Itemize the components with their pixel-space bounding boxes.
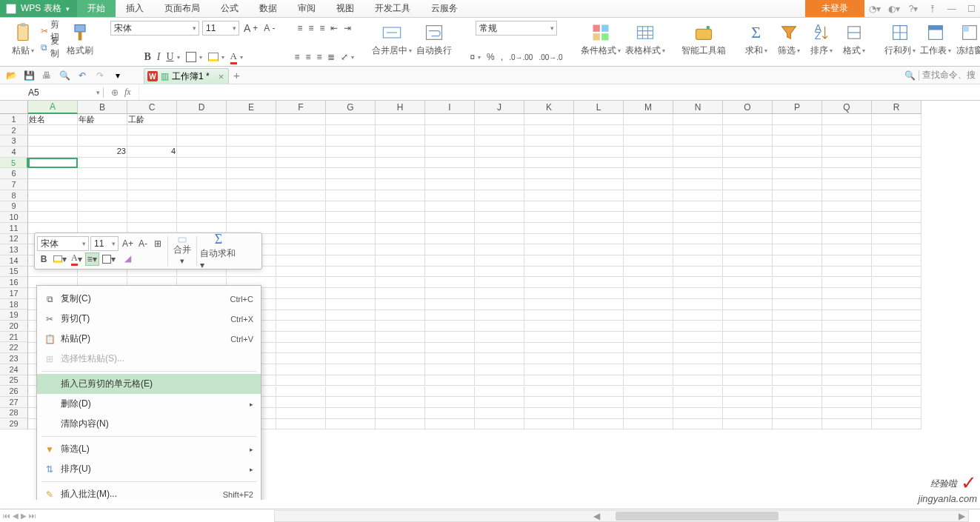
row-header-15[interactable]: 15 xyxy=(0,267,28,278)
cell-R6[interactable] xyxy=(872,169,921,180)
cell-C10[interactable] xyxy=(127,212,177,223)
cell-R3[interactable] xyxy=(872,135,921,147)
cell-L28[interactable] xyxy=(574,408,624,419)
cell-N23[interactable] xyxy=(673,353,723,364)
cell-H20[interactable] xyxy=(376,321,425,332)
col-header-O[interactable]: O xyxy=(723,101,773,114)
cell-K20[interactable] xyxy=(524,321,574,332)
cell-M19[interactable] xyxy=(624,310,673,321)
cell-P3[interactable] xyxy=(773,135,822,147)
cell-A7[interactable] xyxy=(28,179,78,190)
cell-I8[interactable] xyxy=(425,190,475,201)
col-header-N[interactable]: N xyxy=(673,101,723,114)
cell-C7[interactable] xyxy=(127,179,177,190)
cell-P14[interactable] xyxy=(773,255,822,267)
cell-H3[interactable] xyxy=(376,135,425,147)
cell-N15[interactable] xyxy=(673,267,723,278)
cell-J12[interactable] xyxy=(475,234,524,245)
cell-O1[interactable] xyxy=(723,114,773,125)
cell-H6[interactable] xyxy=(376,169,425,180)
cell-B5[interactable] xyxy=(78,158,127,169)
open-icon[interactable]: 📂 xyxy=(4,69,18,82)
cell-F23[interactable] xyxy=(276,353,326,364)
border-button[interactable]: ▾ xyxy=(184,50,204,64)
cell-M26[interactable] xyxy=(624,387,673,398)
inc-decimal-button[interactable]: .0→.00 xyxy=(507,50,534,64)
cell-M10[interactable] xyxy=(624,212,673,223)
cell-I2[interactable] xyxy=(425,125,475,136)
col-header-K[interactable]: K xyxy=(524,101,574,114)
cell-Q17[interactable] xyxy=(822,288,872,299)
cell-B9[interactable] xyxy=(78,201,127,213)
cell-G5[interactable] xyxy=(326,158,376,169)
cell-O21[interactable] xyxy=(723,332,773,343)
font-name-combo[interactable]: 宋体 xyxy=(110,21,199,36)
cell-B4[interactable]: 23 xyxy=(78,147,127,158)
cell-M16[interactable] xyxy=(624,278,673,289)
cell-F27[interactable] xyxy=(276,397,326,408)
cell-L12[interactable] xyxy=(574,234,624,245)
cell-F16[interactable] xyxy=(276,278,326,289)
cell-E5[interactable] xyxy=(227,158,276,169)
cell-Q28[interactable] xyxy=(822,408,872,419)
align-justify-button[interactable]: ≣ xyxy=(326,50,336,64)
dec-decimal-button[interactable]: .00→.0 xyxy=(537,50,564,64)
cell-H29[interactable] xyxy=(376,419,425,430)
cell-O3[interactable] xyxy=(723,135,773,147)
cell-O18[interactable] xyxy=(723,299,773,310)
new-tab-button[interactable]: + xyxy=(229,67,244,84)
cell-H17[interactable] xyxy=(376,288,425,299)
cell-F5[interactable] xyxy=(276,158,326,169)
cell-C1[interactable]: 工龄 xyxy=(127,114,177,125)
cell-Q8[interactable] xyxy=(822,190,872,201)
cell-D4[interactable] xyxy=(177,147,227,158)
cell-K5[interactable] xyxy=(524,158,574,169)
cell-B2[interactable] xyxy=(78,125,127,136)
search-hint[interactable]: 查找命令、搜 xyxy=(922,69,976,81)
cell-M21[interactable] xyxy=(624,332,673,343)
mini-size-combo[interactable]: 11 xyxy=(90,236,119,251)
cell-R1[interactable] xyxy=(872,114,921,125)
print-icon[interactable]: 🖶 xyxy=(40,69,53,82)
cell-G22[interactable] xyxy=(326,343,376,354)
cell-L13[interactable] xyxy=(574,244,624,255)
cell-J27[interactable] xyxy=(475,397,524,408)
cell-J3[interactable] xyxy=(475,135,524,147)
cell-I15[interactable] xyxy=(425,267,475,278)
cell-G13[interactable] xyxy=(326,244,376,255)
cell-N11[interactable] xyxy=(673,223,723,234)
cell-N25[interactable] xyxy=(673,375,723,387)
cell-J10[interactable] xyxy=(475,212,524,223)
cell-J16[interactable] xyxy=(475,278,524,289)
cell-O19[interactable] xyxy=(723,310,773,321)
cell-D8[interactable] xyxy=(177,190,227,201)
align-right-button[interactable]: ≡ xyxy=(315,50,323,64)
mini-border[interactable]: ▾ xyxy=(101,252,117,266)
col-header-E[interactable]: E xyxy=(227,101,276,114)
cell-G18[interactable] xyxy=(326,299,376,310)
cell-R12[interactable] xyxy=(872,234,921,245)
cell-G19[interactable] xyxy=(326,310,376,321)
cell-Q6[interactable] xyxy=(822,169,872,180)
cell-H12[interactable] xyxy=(376,234,425,245)
cell-G29[interactable] xyxy=(326,419,376,430)
cell-F18[interactable] xyxy=(276,299,326,310)
row-header-16[interactable]: 16 xyxy=(0,277,28,288)
cell-R5[interactable] xyxy=(872,158,921,169)
cell-L4[interactable] xyxy=(574,147,624,158)
cell-J22[interactable] xyxy=(475,343,524,354)
cell-H4[interactable] xyxy=(376,147,425,158)
cell-D9[interactable] xyxy=(177,201,227,213)
cell-O5[interactable] xyxy=(723,158,773,169)
cell-N17[interactable] xyxy=(673,288,723,299)
cell-E3[interactable] xyxy=(227,135,276,147)
cell-J15[interactable] xyxy=(475,267,524,278)
spreadsheet-grid[interactable]: ABCDEFGHIJKLMNOPQR 123456789101112131415… xyxy=(0,101,980,500)
cell-A4[interactable] xyxy=(28,147,78,158)
cell-F28[interactable] xyxy=(276,408,326,419)
cell-R24[interactable] xyxy=(872,364,921,375)
cell-F29[interactable] xyxy=(276,419,326,430)
row-header-22[interactable]: 22 xyxy=(0,342,28,353)
cell-P24[interactable] xyxy=(773,364,822,375)
col-header-M[interactable]: M xyxy=(624,101,673,114)
